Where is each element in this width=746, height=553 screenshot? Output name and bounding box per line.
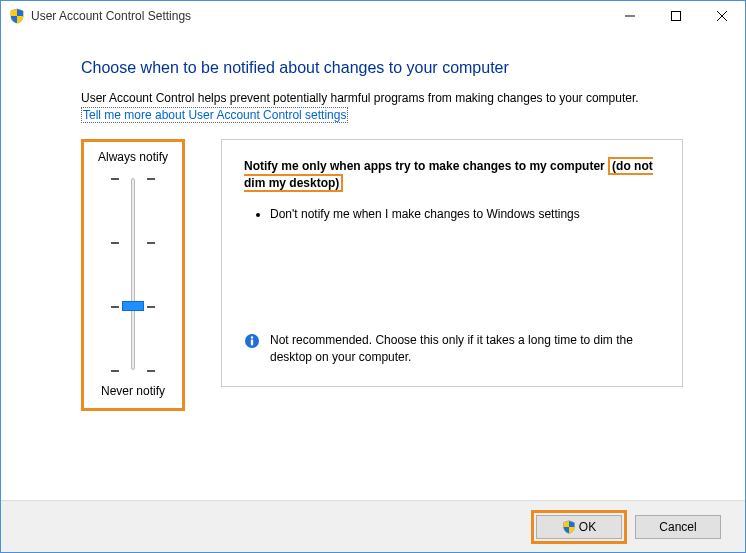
shield-icon (9, 8, 25, 24)
close-button[interactable] (699, 1, 745, 31)
description-bullet: Don't notify me when I make changes to W… (270, 206, 660, 223)
window-title: User Account Control Settings (31, 9, 191, 23)
shield-icon (562, 520, 576, 534)
svg-point-5 (251, 337, 253, 339)
cancel-button[interactable]: Cancel (635, 515, 721, 539)
info-icon (244, 333, 260, 349)
svg-rect-1 (672, 12, 681, 21)
slider-thumb[interactable] (122, 301, 144, 311)
description-panel: Notify me only when apps try to make cha… (221, 139, 683, 387)
description-title: Notify me only when apps try to make cha… (244, 158, 660, 192)
minimize-button[interactable] (607, 1, 653, 31)
svg-rect-6 (251, 340, 253, 346)
content-area: Choose when to be notified about changes… (1, 31, 745, 500)
warning-text: Not recommended. Choose this only if it … (270, 332, 660, 366)
titlebar: User Account Control Settings (1, 1, 745, 31)
learn-more-link[interactable]: Tell me more about User Account Control … (81, 107, 348, 123)
slider-bottom-label: Never notify (88, 384, 178, 398)
slider-panel: Always notify Never notify (81, 139, 185, 411)
notification-slider[interactable] (103, 172, 163, 376)
uac-settings-window: User Account Control Settings Choose whe… (0, 0, 746, 553)
maximize-button[interactable] (653, 1, 699, 31)
ok-button[interactable]: OK (536, 515, 622, 539)
page-heading: Choose when to be notified about changes… (81, 59, 683, 77)
warning-row: Not recommended. Choose this only if it … (244, 332, 660, 366)
intro-text: User Account Control helps prevent poten… (81, 91, 683, 105)
highlight-annotation: OK (531, 510, 627, 544)
slider-top-label: Always notify (88, 150, 178, 164)
footer: OK Cancel (1, 500, 745, 552)
